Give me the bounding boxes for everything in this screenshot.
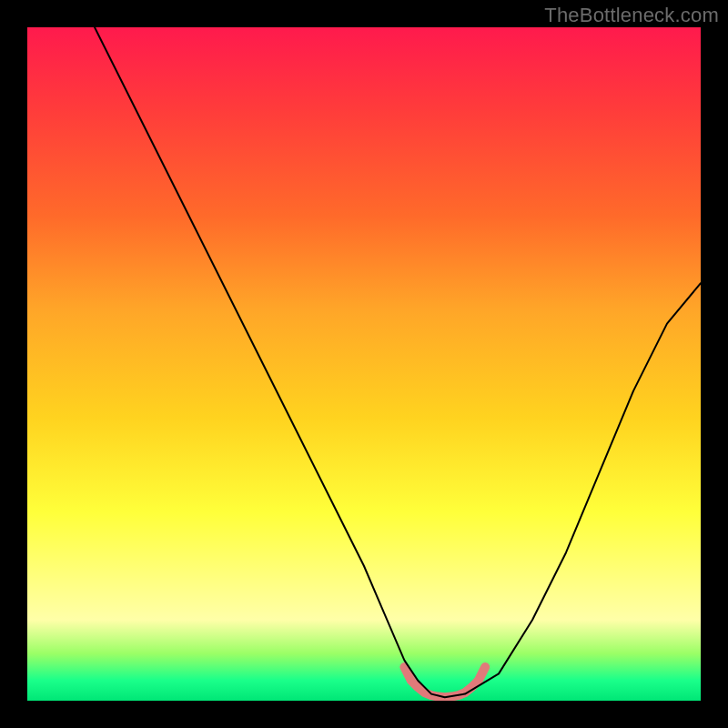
plot-area [27,27,701,701]
chart-frame: TheBottleneck.com [0,0,728,728]
watermark-text: TheBottleneck.com [544,4,719,27]
chart-svg [27,27,701,701]
main-curve [95,27,701,697]
sweet-spot-curve [404,667,485,697]
